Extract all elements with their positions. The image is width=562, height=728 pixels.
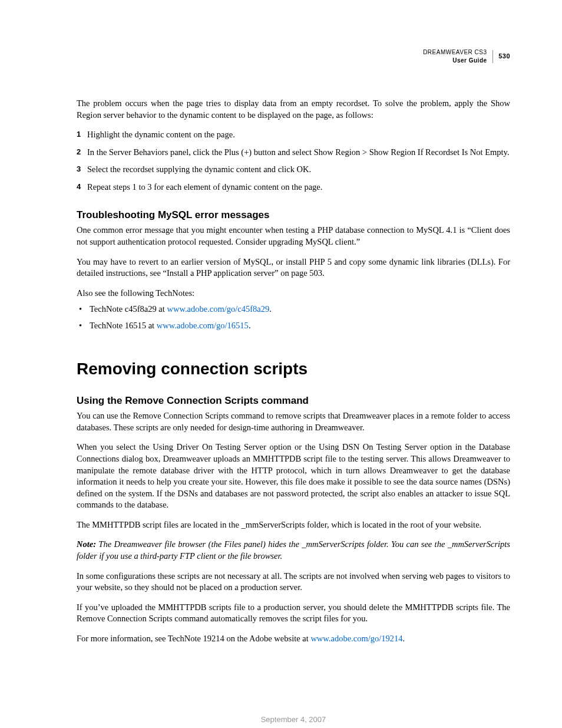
text-run: TechNote c45f8a29 at	[90, 304, 167, 314]
bullet-icon: •	[77, 304, 90, 315]
step-3: 3 Select the recordset supplying the dyn…	[77, 164, 510, 176]
step-4: 4 Repeat steps 1 to 3 for each element o…	[77, 182, 510, 193]
intro-paragraph: The problem occurs when the page tries t…	[77, 98, 510, 121]
product-name: DREAMWEAVER CS3	[423, 49, 487, 55]
body-text: For more information, see TechNote 19214…	[77, 633, 510, 645]
body-text: In some configurations these scripts are…	[77, 571, 510, 594]
page-number: 530	[498, 52, 510, 61]
body-text: If you’ve uploaded the MMHTTPDB scripts …	[77, 602, 510, 625]
body-text: You may have to revert to an earlier ver…	[77, 256, 510, 279]
list-item: • TechNote 16515 at www.adobe.com/go/165…	[77, 320, 510, 332]
note-paragraph: Note: The Dreamweaver file browser (the …	[77, 539, 510, 562]
text-run: For more information, see TechNote 19214…	[77, 634, 310, 643]
page-container: DREAMWEAVER CS3 User Guide 530 The probl…	[0, 0, 562, 728]
step-number: 2	[77, 147, 87, 159]
step-text: Highlight the dynamic content on the pag…	[87, 129, 510, 141]
step-number: 1	[77, 129, 87, 141]
step-text: Repeat steps 1 to 3 for each element of …	[87, 182, 510, 193]
subhead-troubleshooting: Troubleshooting MySQL error messages	[77, 209, 510, 221]
footer-date: September 4, 2007	[77, 715, 510, 724]
list-text: TechNote 16515 at www.adobe.com/go/16515…	[90, 320, 510, 332]
subhead-remove-scripts: Using the Remove Connection Scripts comm…	[77, 395, 510, 407]
note-label: Note:	[77, 539, 98, 549]
step-1: 1 Highlight the dynamic content on the p…	[77, 129, 510, 141]
list-text: TechNote c45f8a29 at www.adobe.com/go/c4…	[90, 304, 510, 315]
step-number: 4	[77, 182, 87, 193]
text-run: .	[249, 321, 251, 330]
note-body: The Dreamweaver file browser (the Files …	[77, 539, 510, 561]
text-run: .	[269, 304, 272, 314]
step-2: 2 In the Server Behaviors panel, click t…	[77, 147, 510, 159]
chapter-heading: Removing connection scripts	[77, 360, 510, 378]
body-text: One common error message that you might …	[77, 225, 510, 248]
page-header: DREAMWEAVER CS3 User Guide 530	[77, 48, 510, 65]
step-number: 3	[77, 164, 87, 176]
body-text: You can use the Remove Connection Script…	[77, 410, 510, 433]
header-divider	[492, 50, 493, 63]
text-run: .	[403, 634, 405, 643]
technote-link[interactable]: www.adobe.com/go/c45f8a29	[167, 304, 269, 314]
body-text: When you select the Using Driver On Test…	[77, 442, 510, 510]
guide-label: User Guide	[452, 57, 487, 64]
body-text: Also see the following TechNotes:	[77, 288, 510, 299]
technote-link[interactable]: www.adobe.com/go/16515	[157, 321, 249, 330]
body-text: The MMHTTPDB script files are located in…	[77, 519, 510, 531]
text-run: TechNote 16515 at	[90, 321, 157, 330]
technote-link[interactable]: www.adobe.com/go/19214	[310, 634, 402, 643]
step-text: In the Server Behaviors panel, click the…	[87, 147, 510, 159]
list-item: • TechNote c45f8a29 at www.adobe.com/go/…	[77, 304, 510, 315]
bullet-icon: •	[77, 320, 90, 332]
step-text: Select the recordset supplying the dynam…	[87, 164, 510, 176]
